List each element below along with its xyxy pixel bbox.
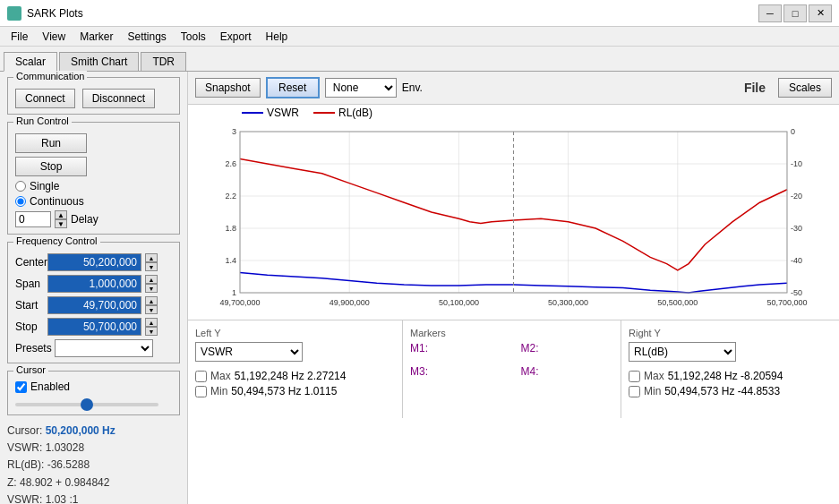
chart-toolbar: Snapshot Reset None Env. File Scales <box>188 72 839 105</box>
delay-spinner[interactable]: ▲ ▼ <box>55 210 67 228</box>
env-label: Env. <box>402 81 423 94</box>
reset-button[interactable]: Reset <box>266 77 320 98</box>
window-controls: ─ □ ✕ <box>758 4 832 22</box>
connect-button[interactable]: Connect <box>15 89 75 108</box>
stop-button[interactable]: Stop <box>15 157 87 176</box>
center-up-btn[interactable]: ▲ <box>145 253 158 262</box>
freq-stop-input[interactable] <box>47 318 141 336</box>
left-y-min-checkbox[interactable] <box>195 386 207 397</box>
start-down-btn[interactable]: ▼ <box>145 305 158 314</box>
title-bar: SARK Plots ─ □ ✕ <box>0 0 839 27</box>
legend-vswr: VSWR <box>242 107 299 119</box>
cursor-vswr-ratio-label: VSWR: <box>7 493 42 504</box>
span-label: Span <box>15 278 44 290</box>
center-label: Center <box>15 256 44 269</box>
chart-legend: VSWR RL(dB) <box>188 105 839 123</box>
cursor-rl-value: -36.5288 <box>47 458 90 471</box>
cursor-enabled-checkbox[interactable] <box>15 381 27 393</box>
left-y-title: Left Y <box>195 328 395 338</box>
none-dropdown[interactable]: None <box>325 78 397 98</box>
run-control-title: Run Control <box>13 115 72 126</box>
left-panel: Communication Connect Disconnect Run Con… <box>0 72 188 504</box>
start-up-btn[interactable]: ▲ <box>145 296 158 305</box>
right-y-max-value: 51,192,248 Hz -8.20594 <box>668 370 783 382</box>
cursor-slider[interactable] <box>15 403 158 406</box>
minimize-button[interactable]: ─ <box>758 4 782 22</box>
communication-title: Communication <box>13 71 87 81</box>
cursor-vswr-ratio-value: 1.03 :1 <box>46 493 79 504</box>
close-button[interactable]: ✕ <box>809 4 832 22</box>
right-y-min-checkbox[interactable] <box>629 386 640 397</box>
tab-scalar[interactable]: Scalar <box>4 52 57 72</box>
left-y-min-value: 50,494,573 Hz 1.0115 <box>231 385 337 397</box>
menu-bar: File View Marker Settings Tools Export H… <box>0 27 839 47</box>
frequency-control-group: Frequency Control Center ▲ ▼ Span ▲ ▼ <box>7 242 180 363</box>
left-y-max-checkbox[interactable] <box>195 371 207 382</box>
menu-file[interactable]: File <box>4 29 35 45</box>
cursor-info: Cursor: 50,200,000 Hz VSWR: 1.03028 RL(d… <box>7 423 180 504</box>
span-spinner[interactable]: ▲ ▼ <box>145 275 158 293</box>
cursor-rl-label: RL(dB): <box>7 458 44 471</box>
cursor-vswr-label: VSWR: <box>7 441 42 454</box>
left-y-max-label: Max <box>210 370 231 382</box>
legend-vswr-label: VSWR <box>267 107 299 119</box>
delay-up-btn[interactable]: ▲ <box>55 210 67 219</box>
start-label: Start <box>15 299 44 312</box>
delay-input[interactable] <box>15 211 51 227</box>
markers-panel: Markers M1: M2: M3: M4: <box>403 320 621 418</box>
main-content: Communication Connect Disconnect Run Con… <box>0 72 839 504</box>
file-label: File <box>744 81 766 95</box>
menu-tools[interactable]: Tools <box>174 29 213 45</box>
span-up-btn[interactable]: ▲ <box>145 275 158 284</box>
continuous-radio[interactable] <box>15 196 26 207</box>
scales-button[interactable]: Scales <box>778 78 832 98</box>
markers-grid: M1: M2: M3: M4: <box>410 342 613 378</box>
delay-down-btn[interactable]: ▼ <box>55 219 67 228</box>
cursor-enabled-label: Enabled <box>30 380 70 393</box>
cursor-freq-value: 50,200,000 Hz <box>46 424 116 437</box>
maximize-button[interactable]: □ <box>783 4 807 22</box>
right-y-max-checkbox[interactable] <box>629 371 640 382</box>
bottom-panels: Left Y VSWR RL(dB) Z Max 51,192,248 Hz 2… <box>188 320 839 418</box>
tab-smith-chart[interactable]: Smith Chart <box>59 52 139 71</box>
left-y-max-value: 51,192,248 Hz 2.27214 <box>235 370 347 382</box>
freq-stop-up-btn[interactable]: ▲ <box>145 318 158 327</box>
right-y-max-label: Max <box>644 370 664 382</box>
center-spinner[interactable]: ▲ ▼ <box>145 253 158 271</box>
freq-stop-spinner[interactable]: ▲ ▼ <box>145 318 158 336</box>
menu-help[interactable]: Help <box>259 29 295 45</box>
run-button[interactable]: Run <box>15 133 87 153</box>
freq-stop-down-btn[interactable]: ▼ <box>145 327 158 336</box>
menu-view[interactable]: View <box>35 29 73 45</box>
span-input[interactable] <box>47 275 141 293</box>
single-radio[interactable] <box>15 181 26 192</box>
tab-tdr[interactable]: TDR <box>141 52 186 71</box>
presets-select[interactable] <box>55 339 153 357</box>
rl-line-indicator <box>313 112 335 114</box>
chart-canvas[interactable] <box>195 123 832 320</box>
freq-stop-label: Stop <box>15 320 44 333</box>
cursor-freq-label: Cursor: <box>7 424 42 437</box>
delay-label: Delay <box>71 213 98 226</box>
menu-settings[interactable]: Settings <box>120 29 173 45</box>
right-y-min-label: Min <box>644 385 661 397</box>
disconnect-button[interactable]: Disconnect <box>82 89 155 108</box>
chart-container[interactable] <box>195 123 832 320</box>
marker-m1: M1: <box>410 342 503 355</box>
run-control-group: Run Control Run Stop Single Continuous <box>7 122 180 235</box>
marker-m3: M3: <box>410 365 503 378</box>
cursor-z-label: Z: <box>7 476 17 489</box>
span-down-btn[interactable]: ▼ <box>145 284 158 293</box>
start-spinner[interactable]: ▲ ▼ <box>145 296 158 314</box>
menu-export[interactable]: Export <box>213 29 259 45</box>
left-y-panel: Left Y VSWR RL(dB) Z Max 51,192,248 Hz 2… <box>188 320 403 418</box>
right-y-select[interactable]: RL(dB) VSWR Z <box>629 342 736 362</box>
center-input[interactable] <box>47 253 141 271</box>
start-input[interactable] <box>47 296 141 314</box>
menu-marker[interactable]: Marker <box>73 29 120 45</box>
snapshot-button[interactable]: Snapshot <box>195 78 261 98</box>
marker-m2: M2: <box>521 342 614 355</box>
left-y-min-label: Min <box>210 385 227 397</box>
center-down-btn[interactable]: ▼ <box>145 262 158 271</box>
left-y-select[interactable]: VSWR RL(dB) Z <box>195 342 303 362</box>
